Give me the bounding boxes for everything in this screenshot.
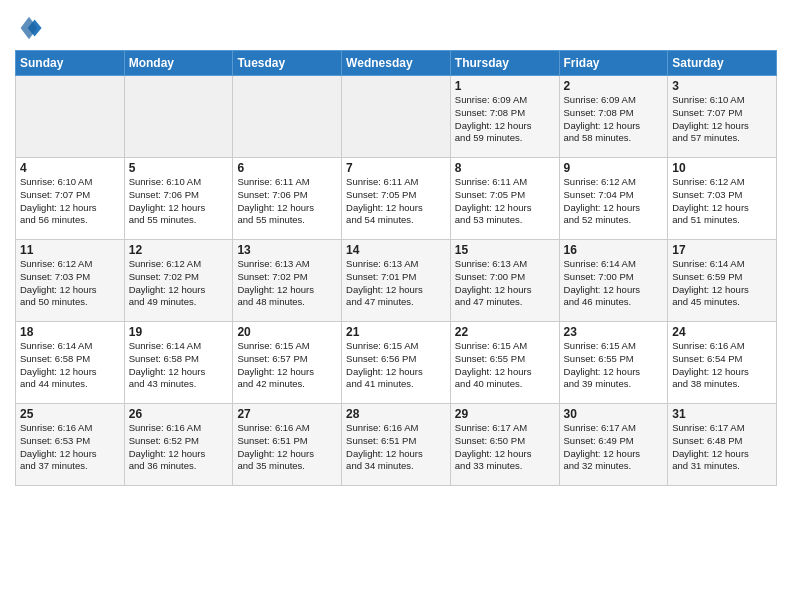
calendar-cell: 18Sunrise: 6:14 AM Sunset: 6:58 PM Dayli… [16, 322, 125, 404]
logo [15, 14, 45, 42]
calendar-cell: 9Sunrise: 6:12 AM Sunset: 7:04 PM Daylig… [559, 158, 668, 240]
calendar-cell: 5Sunrise: 6:10 AM Sunset: 7:06 PM Daylig… [124, 158, 233, 240]
day-info: Sunrise: 6:12 AM Sunset: 7:02 PM Dayligh… [129, 258, 229, 309]
calendar-cell: 11Sunrise: 6:12 AM Sunset: 7:03 PM Dayli… [16, 240, 125, 322]
calendar-cell: 13Sunrise: 6:13 AM Sunset: 7:02 PM Dayli… [233, 240, 342, 322]
calendar-cell [342, 76, 451, 158]
day-number: 18 [20, 325, 120, 339]
calendar-week-4: 18Sunrise: 6:14 AM Sunset: 6:58 PM Dayli… [16, 322, 777, 404]
day-number: 17 [672, 243, 772, 257]
day-number: 23 [564, 325, 664, 339]
day-info: Sunrise: 6:17 AM Sunset: 6:48 PM Dayligh… [672, 422, 772, 473]
calendar-cell: 21Sunrise: 6:15 AM Sunset: 6:56 PM Dayli… [342, 322, 451, 404]
day-info: Sunrise: 6:17 AM Sunset: 6:49 PM Dayligh… [564, 422, 664, 473]
day-number: 10 [672, 161, 772, 175]
day-info: Sunrise: 6:16 AM Sunset: 6:53 PM Dayligh… [20, 422, 120, 473]
day-info: Sunrise: 6:10 AM Sunset: 7:06 PM Dayligh… [129, 176, 229, 227]
calendar-week-5: 25Sunrise: 6:16 AM Sunset: 6:53 PM Dayli… [16, 404, 777, 486]
calendar-cell: 14Sunrise: 6:13 AM Sunset: 7:01 PM Dayli… [342, 240, 451, 322]
day-info: Sunrise: 6:14 AM Sunset: 7:00 PM Dayligh… [564, 258, 664, 309]
day-info: Sunrise: 6:10 AM Sunset: 7:07 PM Dayligh… [672, 94, 772, 145]
day-info: Sunrise: 6:15 AM Sunset: 6:56 PM Dayligh… [346, 340, 446, 391]
calendar-cell: 15Sunrise: 6:13 AM Sunset: 7:00 PM Dayli… [450, 240, 559, 322]
calendar-cell: 23Sunrise: 6:15 AM Sunset: 6:55 PM Dayli… [559, 322, 668, 404]
day-info: Sunrise: 6:15 AM Sunset: 6:55 PM Dayligh… [455, 340, 555, 391]
calendar-cell: 25Sunrise: 6:16 AM Sunset: 6:53 PM Dayli… [16, 404, 125, 486]
day-number: 8 [455, 161, 555, 175]
day-info: Sunrise: 6:12 AM Sunset: 7:03 PM Dayligh… [672, 176, 772, 227]
day-info: Sunrise: 6:17 AM Sunset: 6:50 PM Dayligh… [455, 422, 555, 473]
header-sunday: Sunday [16, 51, 125, 76]
header-friday: Friday [559, 51, 668, 76]
day-number: 20 [237, 325, 337, 339]
day-number: 3 [672, 79, 772, 93]
day-number: 9 [564, 161, 664, 175]
day-info: Sunrise: 6:13 AM Sunset: 7:00 PM Dayligh… [455, 258, 555, 309]
calendar-cell: 2Sunrise: 6:09 AM Sunset: 7:08 PM Daylig… [559, 76, 668, 158]
calendar-cell: 4Sunrise: 6:10 AM Sunset: 7:07 PM Daylig… [16, 158, 125, 240]
day-info: Sunrise: 6:16 AM Sunset: 6:51 PM Dayligh… [346, 422, 446, 473]
calendar-cell [124, 76, 233, 158]
calendar-cell: 10Sunrise: 6:12 AM Sunset: 7:03 PM Dayli… [668, 158, 777, 240]
day-info: Sunrise: 6:16 AM Sunset: 6:54 PM Dayligh… [672, 340, 772, 391]
logo-icon [15, 14, 43, 42]
calendar-cell: 1Sunrise: 6:09 AM Sunset: 7:08 PM Daylig… [450, 76, 559, 158]
header-thursday: Thursday [450, 51, 559, 76]
calendar-week-1: 1Sunrise: 6:09 AM Sunset: 7:08 PM Daylig… [16, 76, 777, 158]
day-number: 14 [346, 243, 446, 257]
calendar-cell: 17Sunrise: 6:14 AM Sunset: 6:59 PM Dayli… [668, 240, 777, 322]
calendar-cell: 19Sunrise: 6:14 AM Sunset: 6:58 PM Dayli… [124, 322, 233, 404]
day-number: 19 [129, 325, 229, 339]
calendar-cell: 29Sunrise: 6:17 AM Sunset: 6:50 PM Dayli… [450, 404, 559, 486]
day-number: 28 [346, 407, 446, 421]
day-number: 27 [237, 407, 337, 421]
day-info: Sunrise: 6:09 AM Sunset: 7:08 PM Dayligh… [564, 94, 664, 145]
day-number: 15 [455, 243, 555, 257]
day-number: 7 [346, 161, 446, 175]
day-number: 5 [129, 161, 229, 175]
day-info: Sunrise: 6:13 AM Sunset: 7:01 PM Dayligh… [346, 258, 446, 309]
day-number: 29 [455, 407, 555, 421]
day-info: Sunrise: 6:14 AM Sunset: 6:59 PM Dayligh… [672, 258, 772, 309]
day-number: 16 [564, 243, 664, 257]
calendar-cell: 12Sunrise: 6:12 AM Sunset: 7:02 PM Dayli… [124, 240, 233, 322]
day-info: Sunrise: 6:16 AM Sunset: 6:51 PM Dayligh… [237, 422, 337, 473]
day-info: Sunrise: 6:11 AM Sunset: 7:05 PM Dayligh… [455, 176, 555, 227]
calendar-cell: 16Sunrise: 6:14 AM Sunset: 7:00 PM Dayli… [559, 240, 668, 322]
day-number: 26 [129, 407, 229, 421]
calendar-week-3: 11Sunrise: 6:12 AM Sunset: 7:03 PM Dayli… [16, 240, 777, 322]
day-number: 25 [20, 407, 120, 421]
header-wednesday: Wednesday [342, 51, 451, 76]
calendar-cell [233, 76, 342, 158]
header-tuesday: Tuesday [233, 51, 342, 76]
header-saturday: Saturday [668, 51, 777, 76]
day-number: 30 [564, 407, 664, 421]
calendar-cell: 6Sunrise: 6:11 AM Sunset: 7:06 PM Daylig… [233, 158, 342, 240]
day-info: Sunrise: 6:15 AM Sunset: 6:55 PM Dayligh… [564, 340, 664, 391]
day-info: Sunrise: 6:16 AM Sunset: 6:52 PM Dayligh… [129, 422, 229, 473]
day-info: Sunrise: 6:11 AM Sunset: 7:05 PM Dayligh… [346, 176, 446, 227]
calendar-cell: 22Sunrise: 6:15 AM Sunset: 6:55 PM Dayli… [450, 322, 559, 404]
calendar-table: SundayMondayTuesdayWednesdayThursdayFrid… [15, 50, 777, 486]
day-number: 4 [20, 161, 120, 175]
day-number: 24 [672, 325, 772, 339]
calendar-container: SundayMondayTuesdayWednesdayThursdayFrid… [0, 0, 792, 491]
day-info: Sunrise: 6:14 AM Sunset: 6:58 PM Dayligh… [129, 340, 229, 391]
day-info: Sunrise: 6:11 AM Sunset: 7:06 PM Dayligh… [237, 176, 337, 227]
header-monday: Monday [124, 51, 233, 76]
day-number: 21 [346, 325, 446, 339]
day-info: Sunrise: 6:15 AM Sunset: 6:57 PM Dayligh… [237, 340, 337, 391]
day-info: Sunrise: 6:12 AM Sunset: 7:03 PM Dayligh… [20, 258, 120, 309]
calendar-cell: 26Sunrise: 6:16 AM Sunset: 6:52 PM Dayli… [124, 404, 233, 486]
calendar-cell: 27Sunrise: 6:16 AM Sunset: 6:51 PM Dayli… [233, 404, 342, 486]
day-info: Sunrise: 6:13 AM Sunset: 7:02 PM Dayligh… [237, 258, 337, 309]
calendar-cell: 31Sunrise: 6:17 AM Sunset: 6:48 PM Dayli… [668, 404, 777, 486]
calendar-week-2: 4Sunrise: 6:10 AM Sunset: 7:07 PM Daylig… [16, 158, 777, 240]
day-number: 6 [237, 161, 337, 175]
day-number: 11 [20, 243, 120, 257]
calendar-cell: 7Sunrise: 6:11 AM Sunset: 7:05 PM Daylig… [342, 158, 451, 240]
day-info: Sunrise: 6:12 AM Sunset: 7:04 PM Dayligh… [564, 176, 664, 227]
day-number: 31 [672, 407, 772, 421]
calendar-cell: 24Sunrise: 6:16 AM Sunset: 6:54 PM Dayli… [668, 322, 777, 404]
day-number: 2 [564, 79, 664, 93]
